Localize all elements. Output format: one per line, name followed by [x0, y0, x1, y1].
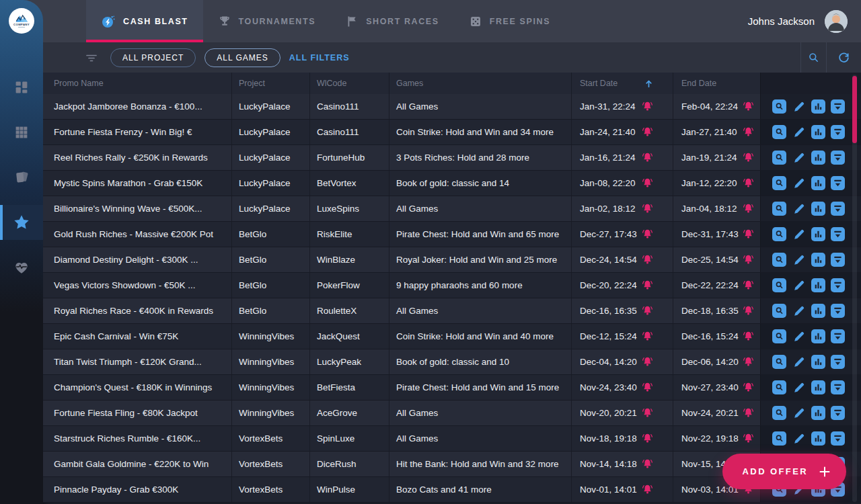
edit-button[interactable]: [792, 227, 806, 241]
sidebar-item-offers-favorites[interactable]: [0, 205, 43, 240]
search-icon[interactable]: [800, 42, 826, 73]
notification-bell-icon[interactable]: [641, 355, 654, 368]
col-header-games[interactable]: Games: [389, 73, 571, 94]
preview-button[interactable]: [772, 406, 786, 420]
sidebar-item-cards[interactable]: [0, 160, 43, 195]
stats-button[interactable]: [811, 406, 825, 420]
notification-bell-icon[interactable]: [742, 177, 755, 190]
archive-button[interactable]: [831, 278, 845, 292]
edit-button[interactable]: [792, 431, 806, 446]
notification-bell-icon[interactable]: [742, 100, 755, 113]
stats-button[interactable]: [811, 202, 825, 216]
notification-bell-icon[interactable]: [641, 304, 654, 317]
edit-button[interactable]: [792, 355, 806, 369]
archive-button[interactable]: [831, 304, 845, 318]
preview-button[interactable]: [772, 278, 786, 292]
archive-button[interactable]: [831, 99, 845, 114]
add-offer-button[interactable]: ADD OFFER: [722, 454, 846, 489]
stats-button[interactable]: [811, 380, 825, 394]
tab-cash-blast[interactable]: CASH BLAST: [86, 0, 203, 42]
notification-bell-icon[interactable]: [641, 279, 654, 292]
stats-button[interactable]: [811, 329, 825, 343]
notification-bell-icon[interactable]: [742, 151, 755, 164]
tab-short-races[interactable]: SHORT RACES: [330, 0, 454, 42]
archive-button[interactable]: [831, 227, 845, 241]
notification-bell-icon[interactable]: [742, 330, 755, 343]
notification-bell-icon[interactable]: [641, 151, 654, 164]
filter-icon[interactable]: [85, 51, 98, 65]
all-project-chip[interactable]: ALL PROJECT: [110, 48, 196, 67]
company-logo[interactable]: COMPANY: [9, 8, 34, 34]
col-header-project[interactable]: Project: [231, 73, 309, 94]
preview-button[interactable]: [772, 380, 786, 394]
sidebar-item-games-grid[interactable]: [0, 115, 43, 150]
edit-button[interactable]: [792, 278, 806, 292]
edit-button[interactable]: [792, 99, 806, 114]
stats-button[interactable]: [811, 304, 825, 318]
stats-button[interactable]: [811, 355, 825, 369]
col-header-promo-name[interactable]: Promo Name: [43, 73, 231, 94]
archive-button[interactable]: [831, 125, 845, 139]
edit-button[interactable]: [792, 329, 806, 343]
preview-button[interactable]: [772, 253, 786, 267]
preview-button[interactable]: [772, 227, 786, 241]
archive-button[interactable]: [831, 202, 845, 216]
archive-button[interactable]: [831, 431, 845, 446]
notification-bell-icon[interactable]: [742, 381, 755, 394]
archive-button[interactable]: [831, 253, 845, 267]
edit-button[interactable]: [792, 406, 806, 420]
notification-bell-icon[interactable]: [742, 253, 755, 266]
archive-button[interactable]: [831, 355, 845, 369]
sidebar-item-dashboard[interactable]: [0, 70, 43, 105]
scrollbar-thumb[interactable]: [852, 76, 857, 143]
all-filters-link[interactable]: ALL FILTERS: [289, 53, 350, 62]
notification-bell-icon[interactable]: [742, 202, 755, 215]
preview-button[interactable]: [772, 355, 786, 369]
preview-button[interactable]: [772, 329, 786, 343]
notification-bell-icon[interactable]: [641, 100, 654, 113]
edit-button[interactable]: [792, 380, 806, 394]
notification-bell-icon[interactable]: [641, 228, 654, 241]
archive-button[interactable]: [831, 151, 845, 165]
notification-bell-icon[interactable]: [641, 177, 654, 190]
edit-button[interactable]: [792, 151, 806, 165]
notification-bell-icon[interactable]: [641, 253, 654, 266]
preview-button[interactable]: [772, 202, 786, 216]
preview-button[interactable]: [772, 151, 786, 165]
notification-bell-icon[interactable]: [742, 407, 755, 419]
notification-bell-icon[interactable]: [641, 202, 654, 215]
stats-button[interactable]: [811, 176, 825, 190]
archive-button[interactable]: [831, 329, 845, 343]
all-games-chip[interactable]: ALL GAMES: [204, 48, 280, 67]
edit-button[interactable]: [792, 202, 806, 216]
notification-bell-icon[interactable]: [742, 126, 755, 138]
archive-button[interactable]: [831, 380, 845, 394]
preview-button[interactable]: [772, 176, 786, 190]
col-header-wlcode[interactable]: WlCode: [309, 73, 389, 94]
notification-bell-icon[interactable]: [641, 330, 654, 343]
edit-button[interactable]: [792, 253, 806, 267]
stats-button[interactable]: [811, 278, 825, 292]
stats-button[interactable]: [811, 151, 825, 165]
preview-button[interactable]: [772, 304, 786, 318]
tab-free-spins[interactable]: FREE SPINS: [454, 0, 565, 42]
col-header-start-date[interactable]: Start Date: [571, 73, 673, 94]
preview-button[interactable]: [772, 99, 786, 114]
notification-bell-icon[interactable]: [641, 381, 654, 394]
edit-button[interactable]: [792, 304, 806, 318]
sidebar-item-health[interactable]: [0, 250, 43, 285]
col-header-end-date[interactable]: End Date: [673, 73, 760, 94]
sort-ascending-icon[interactable]: [644, 79, 654, 89]
notification-bell-icon[interactable]: [742, 432, 755, 445]
user-menu[interactable]: Johns Jackson: [748, 0, 861, 42]
refresh-icon[interactable]: [826, 42, 861, 73]
stats-button[interactable]: [811, 253, 825, 267]
edit-button[interactable]: [792, 125, 806, 139]
preview-button[interactable]: [772, 125, 786, 139]
notification-bell-icon[interactable]: [742, 355, 755, 368]
notification-bell-icon[interactable]: [742, 279, 755, 292]
notification-bell-icon[interactable]: [641, 126, 654, 138]
stats-button[interactable]: [811, 125, 825, 139]
archive-button[interactable]: [831, 406, 845, 420]
stats-button[interactable]: [811, 431, 825, 446]
